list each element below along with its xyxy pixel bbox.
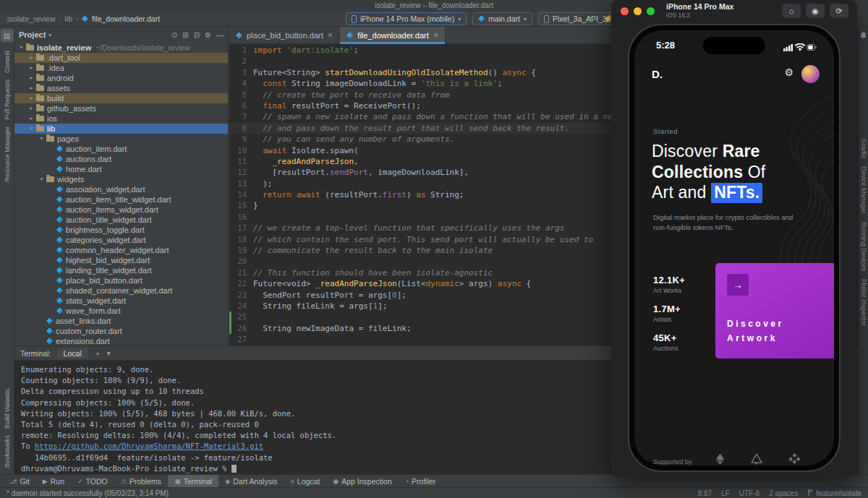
run-button[interactable]: ▶ (590, 14, 595, 24)
collapse-all-icon[interactable]: ⊟ (194, 31, 200, 39)
chevron-right-icon[interactable]: ▸ (27, 63, 35, 73)
tool-strip-label-running-devices[interactable]: Running Devices (860, 222, 867, 271)
file-encoding[interactable]: UTF-8 (739, 489, 760, 497)
tool-strip-label-flutter-inspector[interactable]: Flutter Inspector (860, 279, 867, 326)
chevron-right-icon[interactable]: ▸ (27, 73, 35, 83)
tool-strip-label-device-manager[interactable]: Device Manager (860, 166, 867, 214)
line-number: 22 (231, 278, 253, 289)
tree-item-stats_widget.dart[interactable]: stats_widget.dart (14, 296, 228, 306)
editor-tab-file_downloader.dart[interactable]: file_downloader.dart✕ (340, 27, 446, 44)
close-icon[interactable]: ✕ (433, 32, 439, 39)
caret-position[interactable]: 8:87 (698, 489, 712, 497)
tool-strip-label-pull-requests[interactable]: Pull Requests (4, 80, 11, 120)
tree-item-lib[interactable]: ▾lib (14, 124, 228, 134)
screenshot-button[interactable]: ◉ (806, 4, 825, 18)
tree-item-auction_item_title_widget.dart[interactable]: auction_item_title_widget.dart (14, 194, 228, 205)
tree-item-place_bid_button.dart[interactable]: place_bid_button.dart (14, 275, 228, 286)
tree-item-isolate_review[interactable]: ▾isolate_review~/Downloads/isolate_revie… (14, 43, 228, 53)
tree-item-auction_items_widget.dart[interactable]: auction_items_widget.dart (14, 205, 228, 215)
chevron-right-icon[interactable]: ▸ (27, 53, 35, 63)
chevron-down-icon[interactable]: ▾ (48, 32, 51, 38)
tool-strip-label-bookmarks[interactable]: Bookmarks (4, 435, 11, 468)
locate-file-icon[interactable]: ⊙ (171, 31, 177, 39)
tree-item-.idea[interactable]: ▸.idea (14, 63, 228, 73)
minimize-window-button[interactable] (634, 7, 642, 15)
tool-window-button-git[interactable]: ⎇Git (3, 475, 36, 488)
breadcrumb-item[interactable]: file_downloader.dart (92, 14, 160, 23)
tool-strip-label-gradle[interactable]: Gradle (860, 139, 867, 158)
tree-item-assets[interactable]: ▸assets (14, 83, 228, 93)
notifications-icon[interactable] (857, 29, 868, 42)
tree-item-auctions.dart[interactable]: auctions.dart (14, 154, 228, 164)
tree-item-categories_widget.dart[interactable]: categories_widget.dart (14, 235, 228, 245)
tool-strip-label-build-variants[interactable]: Build Variants (4, 389, 11, 429)
chevron-down-icon[interactable]: ▾ (107, 349, 111, 357)
tool-window-button-dart-analysis[interactable]: ◈Dart Analysis (218, 475, 284, 488)
tree-item-landing_title_widget.dart[interactable]: landing_title_widget.dart (14, 265, 228, 275)
tool-window-button-profiler[interactable]: ◔Profiler (399, 475, 443, 488)
tree-item-.dart_tool[interactable]: ▸.dart_tool (14, 53, 228, 63)
discover-artwork-label: DiscoverArtwork (727, 317, 784, 345)
new-terminal-icon[interactable]: ＋ (94, 348, 101, 359)
tree-item-wave_form.dart[interactable]: wave_form.dart (14, 306, 228, 316)
tree-item-custom_router.dart[interactable]: custom_router.dart (14, 326, 228, 336)
line-separator[interactable]: LF (721, 489, 730, 497)
tree-item-github_assets[interactable]: ▸github_assets (14, 103, 228, 113)
tool-window-button-terminal[interactable]: ▣Terminal (168, 475, 218, 488)
arrow-right-icon[interactable]: → (727, 274, 749, 296)
tool-window-button-todo[interactable]: ✓TODO (71, 475, 114, 488)
run-config-selector[interactable]: main.dart ▾ (472, 12, 532, 25)
git-branch-widget[interactable]: feature/isolate (807, 489, 861, 497)
tool-strip-label-resource-manager[interactable]: Resource Manager (4, 126, 11, 182)
tool-window-button-app-inspection[interactable]: ◉App Inspection (326, 475, 398, 488)
rotate-button[interactable]: ⟳ (830, 4, 848, 18)
tree-item-build[interactable]: ▸build (14, 93, 228, 103)
breadcrumb-item[interactable]: lib (65, 14, 73, 23)
chevron-down-icon[interactable]: ▾ (38, 134, 46, 144)
hide-panel-icon[interactable]: — (216, 31, 224, 39)
close-window-button[interactable] (621, 7, 629, 15)
close-icon[interactable]: ✕ (328, 32, 333, 39)
tool-window-button-problems[interactable]: ⚠Problems (114, 475, 168, 488)
tree-item-widgets[interactable]: ▾widgets (14, 174, 228, 184)
tree-item-auction_item.dart[interactable]: auction_item.dart (14, 144, 228, 154)
chevron-down-icon[interactable]: ▾ (17, 43, 25, 53)
device-selector[interactable]: iPhone 14 Pro Max (mobile) ▾ (346, 12, 467, 25)
terminal-tab-local[interactable]: Local (57, 348, 88, 359)
settings-icon[interactable]: ⚙ (205, 31, 211, 39)
chevron-right-icon[interactable]: ▸ (27, 113, 35, 124)
chevron-down-icon[interactable]: ▾ (38, 174, 46, 184)
tree-item-brightness_toggle.dart[interactable]: brightness_toggle.dart (14, 225, 228, 235)
tree-item-auction_title_widget.dart[interactable]: auction_title_widget.dart (14, 215, 228, 225)
zoom-window-button[interactable] (647, 7, 655, 15)
tool-strip-label-commit[interactable]: Commit (4, 51, 11, 73)
tree-item-pages[interactable]: ▾pages (14, 134, 228, 144)
home-button[interactable]: ⌂ (782, 4, 801, 18)
project-panel-title[interactable]: Project (19, 30, 46, 39)
terminal-link[interactable]: https://github.com/DhruvamSharma/NFT-Mat… (35, 442, 263, 450)
chevron-right-icon[interactable]: ▸ (27, 103, 35, 113)
discover-artwork-card[interactable]: → DiscoverArtwork (715, 263, 834, 359)
tree-item-extensions.dart[interactable]: extensions.dart (14, 336, 228, 345)
breadcrumb-item[interactable]: isolate_review (7, 14, 56, 23)
tree-item-shaded_container_widget.dart[interactable]: shaded_container_widget.dart (14, 286, 228, 296)
gear-icon[interactable]: ⚙ (784, 66, 793, 78)
tree-item-highest_bid_widget.dart[interactable]: highest_bid_widget.dart (14, 255, 228, 265)
tree-item-home.dart[interactable]: home.dart (14, 164, 228, 174)
tree-item-common_header_widget.dart[interactable]: common_header_widget.dart (14, 245, 228, 255)
tree-item-android[interactable]: ▸android (14, 73, 228, 83)
chevron-right-icon[interactable]: ▸ (27, 83, 35, 93)
tool-window-button-logcat[interactable]: ≡Logcat (284, 475, 327, 488)
tree-item-ios[interactable]: ▸ios (14, 113, 228, 124)
project-tool-button[interactable]: ▤ (1, 29, 14, 42)
chevron-right-icon[interactable]: ▸ (27, 93, 35, 103)
avatar[interactable] (801, 65, 820, 83)
editor-tab-place_bid_button.dart[interactable]: place_bid_button.dart✕ (229, 27, 340, 44)
tree-item-asset_links.dart[interactable]: asset_links.dart (14, 316, 228, 326)
expand-all-icon[interactable]: ⊞ (182, 31, 188, 39)
tool-window-button-run[interactable]: ▶Run (36, 475, 71, 488)
tree-item-assoiation_widget.dart[interactable]: assoiation_widget.dart (14, 184, 228, 194)
supported-logo-2-icon (751, 454, 762, 465)
chevron-down-icon[interactable]: ▾ (27, 124, 35, 134)
indent-setting[interactable]: 2 spaces (769, 489, 798, 497)
